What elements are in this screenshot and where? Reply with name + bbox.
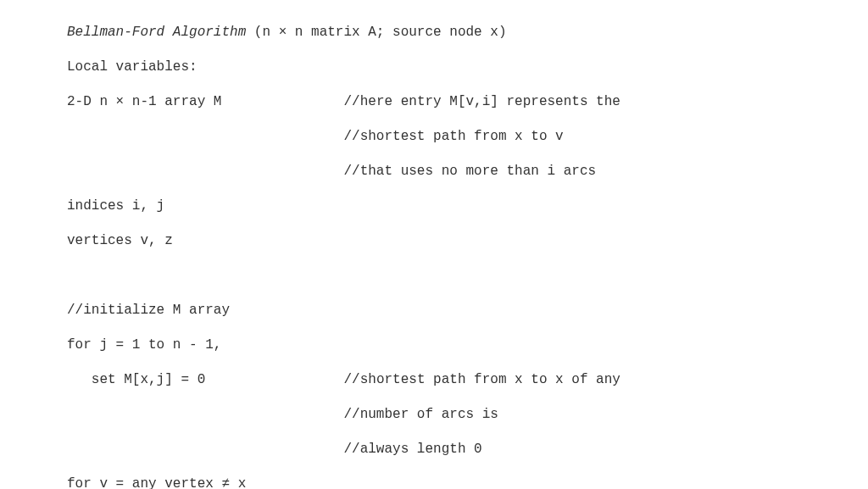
algorithm-signature: (n × n matrix A; source node x) [246,25,506,40]
code-comment: //that uses no more than i arcs [343,164,596,179]
code-line: set M[x,j] = 0 //shortest path from x to… [67,371,868,388]
code-line: indices i, j [67,197,868,214]
code-line: for j = 1 to n - 1, [67,336,868,353]
code-line: 2-D n × n-1 array M //here entry M[v,i] … [67,93,868,110]
code-line: //number of arcs is [67,406,868,423]
code-comment: //shortest path from x to x of any [343,372,620,387]
code-line: //that uses no more than i arcs [67,163,868,180]
algorithm-block: Bellman-Ford Algorithm (n × n matrix A; … [67,7,868,489]
code-comment: //number of arcs is [343,407,498,422]
code-line: //always length 0 [67,441,868,458]
code-line: for v = any vertex ≠ x [67,475,868,489]
code-comment: //initialize M array [67,302,868,319]
code-comment: //shortest path from x to v [343,129,563,144]
code-line: Bellman-Ford Algorithm (n × n matrix A; … [67,24,868,41]
blank-line [67,267,868,284]
code-comment: //here entry M[v,i] represents the [343,94,620,109]
code-line: vertices v, z [67,232,868,249]
code-comment: //always length 0 [343,442,481,457]
code-line: Local variables: [67,58,868,75]
algorithm-title: Bellman-Ford Algorithm [67,25,246,40]
code-line: //shortest path from x to v [67,128,868,145]
